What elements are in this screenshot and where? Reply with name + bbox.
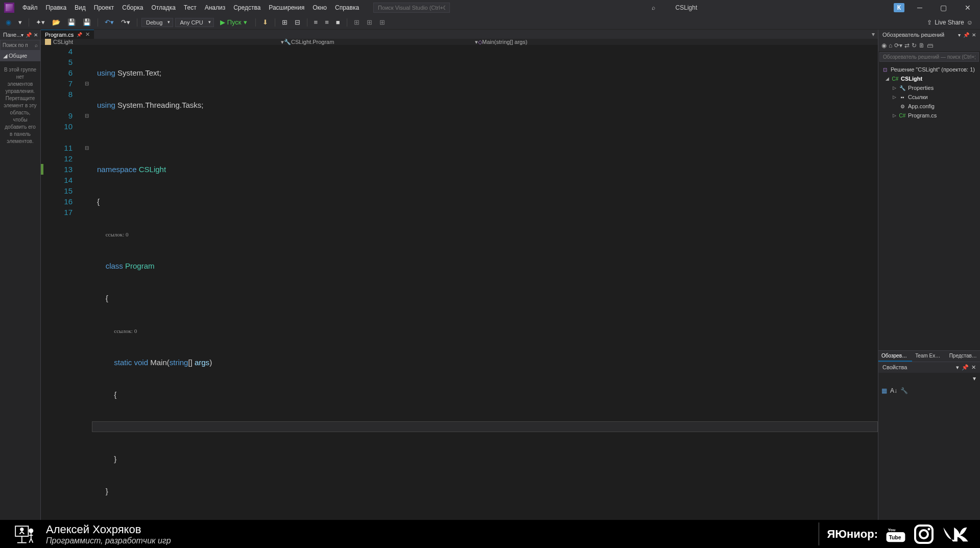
tab-overflow-icon[interactable]: ▾ bbox=[869, 30, 878, 39]
step-button[interactable]: ⬇ bbox=[260, 17, 271, 28]
tree-appconfig[interactable]: ⚙ App.config bbox=[878, 102, 980, 111]
se-search-input[interactable] bbox=[879, 52, 979, 62]
save-all-button[interactable]: 💾 bbox=[80, 17, 93, 28]
se-tabs: Обозревате... Team Explor... Представле.… bbox=[878, 350, 980, 362]
fold-column[interactable]: ⊟⊟⊟ bbox=[82, 45, 92, 548]
se-dropdown-icon[interactable]: ▾ bbox=[958, 32, 961, 38]
titlebar: Файл Правка Вид Проект Сборка Отладка Те… bbox=[0, 0, 980, 15]
se-tb-3[interactable]: ⇄ bbox=[904, 42, 910, 49]
props-title: Свойства bbox=[882, 364, 907, 371]
pin-icon[interactable]: 📌 bbox=[26, 32, 32, 38]
save-button[interactable]: 💾 bbox=[65, 17, 78, 28]
svg-point-1 bbox=[20, 528, 23, 531]
menu-extensions[interactable]: Расширения bbox=[265, 2, 308, 13]
solution-icon: ⊡ bbox=[881, 66, 889, 73]
user-badge[interactable]: К bbox=[894, 3, 904, 12]
tree-project[interactable]: ◢ C# CSLight bbox=[878, 74, 980, 83]
live-share-button[interactable]: ⇪ Live Share ☺ bbox=[927, 19, 973, 26]
tree-program[interactable]: ▷ C# Program.cs bbox=[878, 111, 980, 120]
tb-icon-7[interactable]: ⊞ bbox=[364, 17, 375, 28]
menu-window[interactable]: Окно bbox=[308, 2, 331, 13]
tb-icon-3[interactable]: ≡ bbox=[312, 17, 321, 28]
feedback-icon[interactable]: ☺ bbox=[967, 19, 973, 26]
tb-icon-8[interactable]: ⊞ bbox=[377, 17, 388, 28]
se-tb-5[interactable]: 🗃 bbox=[927, 42, 933, 49]
back-button[interactable]: ◉ bbox=[3, 17, 14, 28]
minimize-button[interactable]: ─ bbox=[912, 1, 927, 15]
menu-edit[interactable]: Правка bbox=[42, 2, 71, 13]
tb-icon-6[interactable]: ⊞ bbox=[351, 17, 362, 28]
config-dropdown[interactable]: Debug bbox=[141, 18, 173, 27]
close-button[interactable]: ✕ bbox=[960, 1, 976, 15]
props-close-icon[interactable]: ✕ bbox=[971, 364, 976, 371]
se-tab-explorer[interactable]: Обозревате... bbox=[878, 351, 912, 362]
menu-test[interactable]: Тест bbox=[180, 2, 201, 13]
toolbox-dropdown-icon[interactable]: ▾ bbox=[21, 32, 23, 38]
live-share-icon: ⇪ bbox=[927, 19, 932, 26]
menu-build[interactable]: Сборка bbox=[118, 2, 147, 13]
breadcrumb[interactable]: CSLight ▾ 🔧 CSLight.Program ▾ ◇ Main(str… bbox=[41, 39, 878, 45]
pin-tab-icon[interactable]: 📌 bbox=[77, 32, 82, 37]
props-pages-icon[interactable]: 🔧 bbox=[900, 387, 908, 394]
redo-button[interactable]: ↷▾ bbox=[118, 17, 133, 28]
editor-area: Program.cs 📌 ✕ ▾ CSLight ▾ 🔧 CSLight.Pro… bbox=[41, 30, 878, 520]
global-search[interactable] bbox=[373, 3, 450, 13]
menu-file[interactable]: Файл bbox=[18, 2, 42, 13]
global-search-input[interactable] bbox=[378, 5, 445, 11]
props-dropdown-icon[interactable]: ▾ bbox=[956, 364, 959, 371]
svg-point-10 bbox=[928, 528, 930, 530]
new-project-button[interactable]: ✦▾ bbox=[33, 17, 47, 28]
se-home-icon[interactable]: ◉ bbox=[881, 42, 887, 49]
tree-properties[interactable]: ▷ 🔧 Properties bbox=[878, 83, 980, 92]
solution-explorer-panel: Обозреватель решений ▾📌✕ ◉ ⌂ ⟳▾ ⇄ ↻ 🗎 🗃 … bbox=[878, 30, 980, 520]
start-button[interactable]: ▶ Пуск ▾ bbox=[216, 17, 251, 27]
toolbox-search[interactable]: Поиск по п⌕ bbox=[0, 40, 40, 51]
se-tab-team[interactable]: Team Explor... bbox=[912, 351, 946, 362]
video-overlay: Алексей Хохряков Программист, разработчи… bbox=[0, 520, 980, 548]
brand-label: ЯЮниор: bbox=[827, 528, 878, 541]
close-icon[interactable]: ✕ bbox=[34, 32, 38, 38]
undo-button[interactable]: ↶▾ bbox=[102, 17, 116, 28]
se-tb-4[interactable]: 🗎 bbox=[919, 42, 925, 49]
open-button[interactable]: 📂 bbox=[50, 17, 63, 28]
se-toolbar: ◉ ⌂ ⟳▾ ⇄ ↻ 🗎 🗃 bbox=[878, 40, 980, 51]
tree-solution[interactable]: ⊡ Решение "CSLight" (проектов: 1) bbox=[878, 65, 980, 74]
se-pin-icon[interactable]: 📌 bbox=[963, 32, 969, 38]
se-close-icon[interactable]: ✕ bbox=[972, 32, 976, 38]
vs-logo-icon bbox=[4, 3, 14, 13]
properties-panel: Свойства ▾📌✕ ▾ ▦ A↓ 🔧 bbox=[878, 362, 980, 520]
se-refresh-icon[interactable]: ↻ bbox=[912, 42, 917, 49]
solution-tree[interactable]: ⊡ Решение "CSLight" (проектов: 1) ◢ C# C… bbox=[878, 63, 980, 350]
props-pin-icon[interactable]: 📌 bbox=[962, 364, 969, 371]
tb-icon-4[interactable]: ≡ bbox=[322, 17, 331, 28]
se-tab-view[interactable]: Представле... bbox=[946, 351, 980, 362]
forward-button[interactable]: ▾ bbox=[16, 17, 25, 28]
wrench-icon: 🔧 bbox=[899, 84, 906, 91]
tb-icon-5[interactable]: ■ bbox=[333, 17, 343, 28]
search-icon[interactable]: ⌕ bbox=[647, 2, 660, 13]
props-categorized-icon[interactable]: ▦ bbox=[881, 387, 887, 394]
menu-tools[interactable]: Средства bbox=[229, 2, 265, 13]
toolbox-header: Пане... ▾📌✕ bbox=[0, 30, 40, 40]
code-content[interactable]: using System.Text; using System.Threadin… bbox=[92, 45, 878, 548]
tab-program[interactable]: Program.cs 📌 ✕ bbox=[41, 30, 94, 39]
menu-analyze[interactable]: Анализ bbox=[201, 2, 230, 13]
csharp-project-icon bbox=[45, 39, 51, 45]
platform-dropdown[interactable]: Any CPU bbox=[175, 18, 213, 27]
close-tab-icon[interactable]: ✕ bbox=[85, 31, 90, 38]
props-alpha-icon[interactable]: A↓ bbox=[890, 387, 897, 394]
maximize-button[interactable]: ▢ bbox=[935, 1, 952, 15]
tree-references[interactable]: ▷ ▪▪ Ссылки bbox=[878, 92, 980, 102]
toolbox-section[interactable]: ◢ Общие bbox=[0, 51, 40, 61]
tb-icon-2[interactable]: ⊟ bbox=[292, 17, 303, 28]
se-tb-1[interactable]: ⌂ bbox=[889, 42, 892, 49]
tb-icon-1[interactable]: ⊞ bbox=[279, 17, 290, 28]
menu-view[interactable]: Вид bbox=[70, 2, 90, 13]
menu-project[interactable]: Проект bbox=[90, 2, 118, 13]
menu-debug[interactable]: Отладка bbox=[147, 2, 179, 13]
se-tb-2[interactable]: ⟳▾ bbox=[894, 42, 902, 49]
vk-icon bbox=[942, 524, 970, 544]
props-sort-icon[interactable]: ▾ bbox=[973, 375, 976, 382]
code-editor[interactable]: 4567891011121314151617 ⊟⊟⊟ using System.… bbox=[41, 45, 878, 548]
menu-help[interactable]: Справка bbox=[331, 2, 363, 13]
